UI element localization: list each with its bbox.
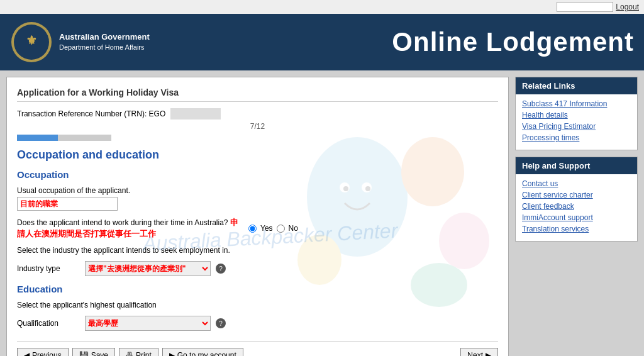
help-link-2[interactable]: Client feedback <box>522 202 631 211</box>
qualification-row: Qualification 最高學歷 ? <box>17 316 498 331</box>
usual-occupation-label: Usual occupation of the applicant. <box>17 186 498 195</box>
intend-work-question: Does the applicant intend to work during… <box>17 217 243 240</box>
no-radio[interactable] <box>277 225 285 233</box>
help-support-header: Help and Support <box>516 157 637 174</box>
section-heading-occupation-edu: Occupation and education <box>17 148 498 162</box>
header: ⚜ Australian Government Department of Ho… <box>0 14 644 70</box>
trn-value <box>170 108 221 120</box>
sub-heading-occupation: Occupation <box>17 169 498 180</box>
industry-help-icon[interactable]: ? <box>216 264 226 274</box>
main-layout: Application for a Working Holiday Visa T… <box>0 70 644 356</box>
related-link-0[interactable]: Subclass 417 Information <box>522 99 631 108</box>
sub-heading-education: Education <box>17 284 498 294</box>
progress-empty <box>58 135 111 141</box>
search-input[interactable] <box>557 2 613 12</box>
print-button[interactable]: 🖶 Print <box>119 348 158 356</box>
account-button[interactable]: ▶ Go to my account <box>162 348 243 356</box>
print-icon: 🖶 <box>126 351 133 356</box>
save-icon: 💾 <box>79 351 89 356</box>
related-link-3[interactable]: Processing times <box>522 133 631 142</box>
progress-bar <box>17 135 498 141</box>
page-title: Online Lodgement <box>392 27 634 57</box>
intend-work-radio-group: Yes No <box>248 224 298 233</box>
trn-row: Transaction Reference Number (TRN): EGO <box>17 108 498 120</box>
save-button[interactable]: 💾 Save <box>72 348 115 356</box>
related-links-box: Related Links Subclass 417 Information H… <box>515 77 638 150</box>
account-icon: ▶ <box>169 351 175 356</box>
qualification-help-icon[interactable]: ? <box>216 318 226 328</box>
progress-indicator: 7/12 <box>17 122 498 131</box>
qualification-select[interactable]: 最高學歷 <box>85 316 211 331</box>
form-panel: Application for a Working Holiday Visa T… <box>6 77 509 356</box>
highest-qual-label: Select the applicant's highest qualifica… <box>17 301 157 309</box>
usual-occupation-input[interactable] <box>17 197 118 211</box>
previous-icon: ◀ <box>24 351 30 356</box>
industry-type-select[interactable]: 選擇"去澳洲想從事的產業別" <box>85 261 211 276</box>
qualification-label: Qualification <box>17 319 80 328</box>
trn-label: Transaction Reference Number (TRN): EGO <box>17 109 165 118</box>
no-label[interactable]: No <box>289 224 298 233</box>
highest-qual-label-row: Select the applicant's highest qualifica… <box>17 301 498 309</box>
button-row: ◀ Previous 💾 Save 🖶 Print ▶ Go to my acc… <box>17 341 498 356</box>
seek-employment-label: Select the industry the applicant intend… <box>17 246 230 255</box>
help-link-4[interactable]: Translation services <box>522 225 631 233</box>
industry-type-row: Industry type 選擇"去澳洲想從事的產業別" ? <box>17 261 498 276</box>
help-link-3[interactable]: ImmiAccount support <box>522 213 631 222</box>
industry-type-label: Industry type <box>17 264 80 273</box>
help-support-box: Help and Support Contact us Client servi… <box>515 157 638 242</box>
btn-left-group: ◀ Previous 💾 Save 🖶 Print ▶ Go to my acc… <box>17 348 243 356</box>
next-icon: ▶ <box>486 351 491 356</box>
related-links-header: Related Links <box>516 77 637 94</box>
header-gov-text: Australian Government Department of Home… <box>59 31 150 53</box>
yes-radio[interactable] <box>248 225 257 233</box>
help-link-1[interactable]: Client service charter <box>522 191 631 199</box>
seek-employment-row: Select the industry the applicant intend… <box>17 246 498 255</box>
related-links-content: Subclass 417 Information Health details … <box>516 94 637 150</box>
next-button[interactable]: Next ▶ <box>460 348 498 356</box>
logout-button[interactable]: Logout <box>616 3 639 11</box>
help-support-content: Contact us Client service charter Client… <box>516 174 637 241</box>
crest-icon: ⚜ <box>10 21 53 64</box>
logo: ⚜ Australian Government Department of Ho… <box>10 21 150 64</box>
help-link-0[interactable]: Contact us <box>522 179 631 188</box>
intend-work-row: Does the applicant intend to work during… <box>17 217 498 240</box>
form-title: Application for a Working Holiday Visa <box>17 87 498 102</box>
related-link-1[interactable]: Health details <box>522 111 631 120</box>
sidebar: Related Links Subclass 417 Information H… <box>515 77 638 356</box>
usual-occupation-row: Usual occupation of the applicant. <box>17 186 498 211</box>
related-link-2[interactable]: Visa Pricing Estimator <box>522 122 631 131</box>
yes-label[interactable]: Yes <box>260 224 273 233</box>
previous-button[interactable]: ◀ Previous <box>17 348 69 356</box>
progress-filled <box>17 135 58 141</box>
svg-text:⚜: ⚜ <box>26 33 37 47</box>
